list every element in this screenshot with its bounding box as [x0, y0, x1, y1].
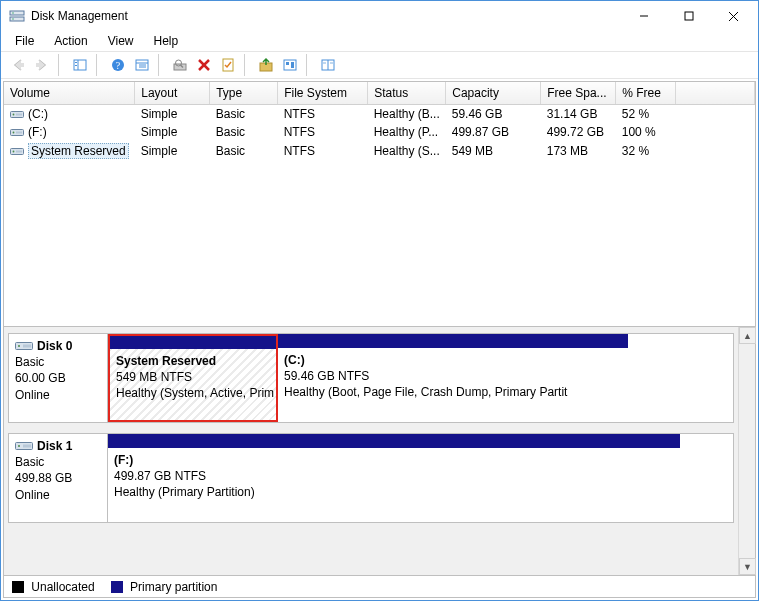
svg-point-2: [12, 12, 14, 14]
svg-point-36: [13, 131, 15, 133]
volume-table[interactable]: Volume Layout Type File System Status Ca…: [4, 82, 755, 161]
svg-rect-10: [75, 62, 77, 63]
svg-point-3: [12, 18, 14, 20]
menu-action[interactable]: Action: [46, 32, 95, 50]
volume-status: Healthy (P...: [368, 123, 446, 141]
volume-layout: Simple: [135, 104, 210, 123]
disk-row[interactable]: Disk 0Basic60.00 GBOnlineSystem Reserved…: [8, 333, 734, 423]
svg-text:?: ?: [116, 60, 121, 71]
menubar: File Action View Help: [1, 31, 758, 51]
partition-label: (C:): [284, 352, 622, 368]
volume-status: Healthy (B...: [368, 104, 446, 123]
show-hide-tree-button[interactable]: [69, 54, 91, 76]
col-layout[interactable]: Layout: [135, 82, 210, 104]
menu-view[interactable]: View: [100, 32, 142, 50]
close-button[interactable]: [711, 1, 756, 31]
svg-rect-11: [75, 65, 77, 66]
col-status[interactable]: Status: [368, 82, 446, 104]
partition[interactable]: (C:)59.46 GB NTFSHealthy (Boot, Page Fil…: [278, 334, 628, 422]
volume-capacity: 549 MB: [446, 141, 541, 161]
drive-icon: [10, 126, 24, 138]
svg-point-42: [18, 345, 20, 347]
delete-button[interactable]: [193, 54, 215, 76]
help-button[interactable]: ?: [107, 54, 129, 76]
svg-rect-34: [16, 113, 22, 115]
table-row[interactable]: System ReservedSimpleBasicNTFSHealthy (S…: [4, 141, 755, 161]
disk-row[interactable]: Disk 1Basic499.88 GBOnline(F:)499.87 GB …: [8, 433, 734, 523]
volume-pct: 52 %: [616, 104, 676, 123]
settings-button[interactable]: [131, 54, 153, 76]
svg-rect-5: [685, 12, 693, 20]
volume-name: System Reserved: [28, 143, 129, 159]
drive-icon: [10, 108, 24, 120]
svg-rect-30: [323, 62, 326, 64]
disk-graphic-pane: Disk 0Basic60.00 GBOnlineSystem Reserved…: [4, 327, 755, 575]
minimize-button[interactable]: [621, 1, 666, 31]
volume-status: Healthy (S...: [368, 141, 446, 161]
disk-partitions: (F:)499.87 GB NTFSHealthy (Primary Parti…: [108, 433, 734, 523]
volume-type: Basic: [210, 123, 278, 141]
disk-icon: [15, 440, 33, 452]
scroll-down-button[interactable]: ▼: [739, 558, 756, 575]
partition-status: Healthy (Primary Partition): [114, 484, 674, 500]
volume-name: (F:): [28, 125, 47, 139]
partition[interactable]: System Reserved549 MB NTFSHealthy (Syste…: [108, 334, 278, 422]
disk-header[interactable]: Disk 1Basic499.88 GBOnline: [8, 433, 108, 523]
swatch-primary-icon: [111, 581, 123, 593]
titlebar: Disk Management: [1, 1, 758, 31]
svg-point-33: [13, 113, 15, 115]
svg-point-39: [13, 150, 15, 152]
disk-size: 60.00 GB: [15, 370, 101, 386]
disk-state: Online: [15, 487, 101, 503]
col-spacer: [676, 82, 755, 104]
table-row[interactable]: (C:)SimpleBasicNTFSHealthy (B...59.46 GB…: [4, 104, 755, 123]
col-type[interactable]: Type: [210, 82, 278, 104]
volume-free: 499.72 GB: [541, 123, 616, 141]
col-filesystem[interactable]: File System: [278, 82, 368, 104]
legend-bar: Unallocated Primary partition: [4, 575, 755, 597]
window-title: Disk Management: [31, 9, 128, 23]
scan-button[interactable]: [169, 54, 191, 76]
maximize-button[interactable]: [666, 1, 711, 31]
menu-help[interactable]: Help: [146, 32, 187, 50]
app-icon: [9, 8, 25, 24]
action1-button[interactable]: [255, 54, 277, 76]
svg-rect-43: [23, 345, 31, 348]
partition-label: System Reserved: [116, 353, 270, 369]
svg-rect-0: [10, 11, 24, 15]
svg-point-45: [18, 445, 20, 447]
col-capacity[interactable]: Capacity: [446, 82, 541, 104]
partition-stripe: [108, 434, 680, 448]
scroll-up-button[interactable]: ▲: [739, 327, 756, 344]
svg-rect-37: [16, 131, 22, 133]
volume-name: (C:): [28, 107, 48, 121]
properties-button[interactable]: [217, 54, 239, 76]
disk-name: Disk 0: [37, 339, 72, 353]
col-freespace[interactable]: Free Spa...: [541, 82, 616, 104]
partition[interactable]: (F:)499.87 GB NTFSHealthy (Primary Parti…: [108, 434, 680, 522]
menu-file[interactable]: File: [7, 32, 42, 50]
svg-rect-1: [10, 17, 24, 21]
volume-free: 173 MB: [541, 141, 616, 161]
nav-back-button[interactable]: [7, 54, 29, 76]
volume-type: Basic: [210, 141, 278, 161]
volume-list-pane: Volume Layout Type File System Status Ca…: [4, 82, 755, 327]
disk-header[interactable]: Disk 0Basic60.00 GBOnline: [8, 333, 108, 423]
disk-icon: [15, 340, 33, 352]
drive-icon: [10, 145, 24, 157]
partition-stripe: [278, 334, 628, 348]
action3-button[interactable]: [317, 54, 339, 76]
nav-forward-button[interactable]: [31, 54, 53, 76]
column-header-row[interactable]: Volume Layout Type File System Status Ca…: [4, 82, 755, 104]
col-pctfree[interactable]: % Free: [616, 82, 676, 104]
col-volume[interactable]: Volume: [4, 82, 135, 104]
action2-button[interactable]: [279, 54, 301, 76]
partition-size: 499.87 GB NTFS: [114, 468, 674, 484]
swatch-unallocated-icon: [12, 581, 24, 593]
table-row[interactable]: (F:)SimpleBasicNTFSHealthy (P...499.87 G…: [4, 123, 755, 141]
legend-unallocated: Unallocated: [12, 580, 95, 594]
volume-fs: NTFS: [278, 123, 368, 141]
volume-pct: 32 %: [616, 141, 676, 161]
vertical-scrollbar[interactable]: ▲ ▼: [738, 327, 755, 575]
volume-layout: Simple: [135, 123, 210, 141]
